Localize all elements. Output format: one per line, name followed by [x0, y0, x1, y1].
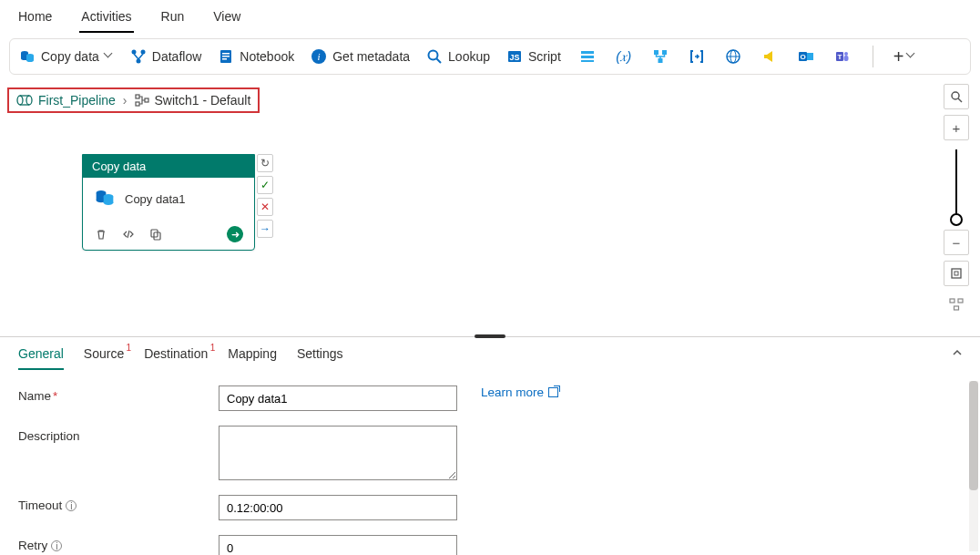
svg-rect-54 [950, 299, 954, 303]
external-link-icon [548, 387, 558, 397]
zoom-thumb[interactable] [950, 213, 963, 226]
svg-rect-11 [222, 56, 230, 57]
svg-point-15 [429, 51, 438, 60]
ribbon-item-branch-icon[interactable] [650, 46, 670, 67]
breadcrumb-separator: › [123, 93, 128, 108]
svg-rect-30 [807, 53, 813, 60]
info-icon: i [66, 500, 77, 511]
fit-screen-button[interactable] [944, 261, 969, 286]
panel-tabs: General Source 1 Destination 1 Mapping S… [0, 337, 980, 371]
dataflow-icon [130, 48, 147, 65]
svg-rect-19 [581, 51, 594, 54]
layout-button[interactable] [944, 292, 969, 317]
ribbon-item-bracket-icon[interactable] [687, 46, 707, 67]
pipeline-canvas[interactable]: Copy data Copy data1 ➜ ↻ ✓ [0, 113, 980, 341]
svg-point-6 [131, 50, 136, 55]
svg-rect-52 [952, 269, 961, 278]
tab-run[interactable]: Run [159, 5, 187, 33]
breadcrumb-pipeline-link[interactable]: First_Pipeline [16, 93, 116, 108]
name-input[interactable] [219, 385, 457, 411]
ribbon-get-metadata-label: Get metadata [332, 49, 410, 64]
ribbon-add-more[interactable]: + [893, 46, 917, 67]
canvas-search-button[interactable] [944, 84, 969, 109]
retry-label: Retryi [18, 535, 200, 552]
panel-collapse-button[interactable] [951, 346, 964, 362]
svg-point-7 [140, 50, 145, 55]
breadcrumb: First_Pipeline › Switch1 - Default [7, 87, 260, 113]
ribbon-item-list-icon[interactable] [577, 46, 597, 67]
zoom-out-button[interactable]: − [944, 230, 969, 255]
code-icon[interactable] [121, 227, 136, 242]
svg-point-35 [17, 96, 23, 105]
activity-card-title: Copy data1 [125, 192, 186, 206]
svg-line-16 [437, 59, 442, 64]
svg-rect-23 [662, 50, 667, 55]
panel-tab-source[interactable]: Source 1 [84, 346, 124, 370]
connector-completion[interactable]: → [257, 220, 273, 238]
description-label: Description [18, 426, 200, 443]
svg-rect-55 [958, 299, 963, 303]
panel-scrollbar-thumb[interactable] [969, 381, 978, 490]
ribbon-divider [873, 46, 873, 67]
panel-tab-general[interactable]: General [18, 346, 64, 370]
learn-more-link[interactable]: Learn more [481, 385, 558, 399]
script-icon: JS [506, 48, 523, 65]
connector-failure[interactable]: ✕ [257, 198, 273, 216]
run-activity-icon[interactable]: ➜ [227, 226, 243, 242]
connector-retry[interactable]: ↻ [257, 154, 273, 172]
delete-icon[interactable] [94, 227, 108, 242]
svg-rect-39 [136, 95, 139, 98]
pipeline-icon [16, 94, 33, 107]
tab-view[interactable]: View [211, 5, 242, 33]
search-icon [426, 48, 443, 65]
general-form: Name* Learn more Description Timeouti Re… [0, 371, 980, 555]
ribbon-get-metadata[interactable]: i Get metadata [311, 48, 410, 65]
ribbon-notebook[interactable]: Notebook [218, 48, 294, 65]
name-label: Name* [18, 385, 200, 403]
ribbon-item-web-icon[interactable] [723, 46, 743, 67]
info-icon: i [51, 540, 62, 551]
ribbon-copy-data[interactable]: Copy data [19, 48, 114, 65]
error-badge: 1 [210, 343, 216, 353]
svg-point-5 [26, 58, 34, 62]
ribbon-item-outlook-icon[interactable]: O [796, 46, 816, 67]
svg-rect-10 [222, 53, 230, 55]
copy-data-icon [19, 48, 36, 65]
panel-tab-destination[interactable]: Destination 1 [144, 346, 208, 370]
ribbon-script[interactable]: JS Script [506, 48, 561, 65]
svg-text:T: T [837, 53, 842, 61]
zoom-in-button[interactable]: + [944, 115, 969, 140]
panel-scrollbar[interactable] [969, 381, 978, 551]
svg-rect-12 [222, 58, 227, 60]
zoom-slider[interactable] [955, 149, 957, 221]
ribbon-notebook-label: Notebook [240, 49, 294, 64]
chevron-down-icon [907, 52, 916, 61]
chevron-down-icon [105, 52, 114, 61]
breadcrumb-current-label: Switch1 - Default [155, 93, 251, 108]
activity-card-copy-data[interactable]: Copy data Copy data1 ➜ [82, 154, 255, 251]
tab-home[interactable]: Home [16, 5, 54, 33]
svg-rect-20 [581, 56, 594, 58]
ribbon-item-teams-icon[interactable]: T [832, 46, 852, 67]
retry-input[interactable] [219, 535, 457, 555]
svg-rect-56 [954, 306, 959, 310]
tab-activities[interactable]: Activities [79, 5, 133, 33]
svg-text:i: i [318, 51, 321, 62]
description-input[interactable] [219, 426, 457, 480]
panel-tab-source-label: Source [84, 346, 124, 361]
connector-success[interactable]: ✓ [257, 176, 273, 194]
properties-panel: General Source 1 Destination 1 Mapping S… [0, 336, 980, 555]
ribbon-item-announce-icon[interactable] [760, 46, 780, 67]
panel-tab-mapping[interactable]: Mapping [228, 346, 277, 370]
svg-point-8 [136, 59, 140, 64]
timeout-input[interactable] [219, 495, 457, 520]
svg-point-36 [26, 96, 32, 105]
copy-icon[interactable] [148, 227, 163, 242]
ribbon-lookup[interactable]: Lookup [426, 48, 490, 65]
info-icon: i [311, 48, 327, 65]
svg-rect-41 [145, 98, 148, 102]
ribbon-item-variable-icon[interactable]: (𝑥) [614, 46, 634, 67]
svg-text:JS: JS [509, 53, 519, 62]
ribbon-dataflow[interactable]: Dataflow [130, 48, 201, 65]
panel-tab-settings[interactable]: Settings [297, 346, 343, 370]
